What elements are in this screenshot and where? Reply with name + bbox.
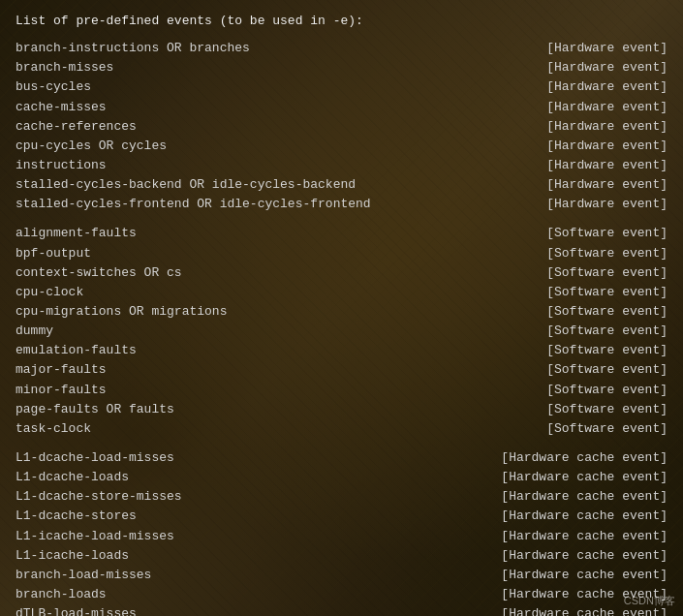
event-type: [Hardware event]	[546, 77, 667, 97]
event-type: [Hardware event]	[546, 98, 667, 117]
event-type: [Hardware event]	[546, 156, 667, 175]
event-type: [Software event]	[546, 224, 667, 243]
event-row: L1-icache-load-misses[Hardware cache eve…	[16, 527, 667, 546]
event-name: cpu-migrations OR migrations	[16, 302, 384, 322]
group-spacer	[16, 214, 667, 224]
event-type: [Hardware event]	[546, 195, 667, 214]
event-name: cpu-cycles OR cycles	[16, 137, 384, 156]
event-type: [Hardware event]	[546, 39, 667, 58]
event-type: [Software event]	[546, 244, 667, 263]
event-row: major-faults[Software event]	[16, 360, 667, 380]
event-row: minor-faults[Software event]	[16, 381, 667, 400]
event-row: cache-misses[Hardware event]	[16, 98, 667, 117]
group-spacer	[16, 439, 667, 448]
event-type: [Hardware cache event]	[501, 527, 667, 546]
event-name: branch-instructions OR branches	[16, 39, 384, 58]
event-type: [Software event]	[546, 302, 667, 322]
event-type: [Software event]	[546, 360, 667, 380]
event-type: [Hardware cache event]	[501, 468, 667, 487]
watermark: CSDN博客	[624, 594, 675, 608]
event-name: alignment-faults	[16, 224, 384, 243]
event-name: branch-misses	[16, 58, 384, 77]
event-name: stalled-cycles-frontend OR idle-cycles-f…	[16, 195, 384, 214]
event-name: L1-icache-loads	[16, 546, 384, 566]
event-row: branch-loads[Hardware cache event]	[16, 585, 667, 604]
event-name: dummy	[16, 322, 384, 341]
event-name: L1-icache-load-misses	[16, 527, 384, 546]
event-row: cpu-cycles OR cycles[Hardware event]	[16, 137, 667, 156]
event-name: cache-references	[16, 117, 384, 137]
event-row: alignment-faults[Software event]	[16, 224, 667, 243]
event-row: instructions[Hardware event]	[16, 156, 667, 175]
event-row: stalled-cycles-frontend OR idle-cycles-f…	[16, 195, 667, 214]
event-row: branch-load-misses[Hardware cache event]	[16, 566, 667, 585]
event-row: stalled-cycles-backend OR idle-cycles-ba…	[16, 175, 667, 195]
event-type: [Software event]	[546, 419, 667, 439]
event-type: [Software event]	[546, 322, 667, 341]
event-name: L1-dcache-store-misses	[16, 487, 384, 507]
event-name: major-faults	[16, 360, 384, 380]
event-row: cpu-clock[Software event]	[16, 283, 667, 302]
event-name: minor-faults	[16, 381, 384, 400]
event-row: L1-icache-loads[Hardware cache event]	[16, 546, 667, 566]
event-name: L1-dcache-loads	[16, 468, 384, 487]
event-type: [Hardware event]	[546, 117, 667, 137]
event-type: [Hardware cache event]	[501, 507, 667, 526]
event-row: branch-instructions OR branches[Hardware…	[16, 39, 667, 58]
event-row: branch-misses[Hardware event]	[16, 58, 667, 77]
event-row: cpu-migrations OR migrations[Software ev…	[16, 302, 667, 322]
event-name: stalled-cycles-backend OR idle-cycles-ba…	[16, 175, 384, 195]
event-name: cpu-clock	[16, 283, 384, 302]
event-row: L1-dcache-stores[Hardware cache event]	[16, 507, 667, 526]
event-type: [Hardware cache event]	[501, 487, 667, 507]
event-name: page-faults OR faults	[16, 400, 384, 419]
event-row: bpf-output[Software event]	[16, 244, 667, 263]
event-name: L1-dcache-stores	[16, 507, 384, 526]
event-row: page-faults OR faults[Software event]	[16, 400, 667, 419]
event-type: [Hardware event]	[546, 137, 667, 156]
event-type: [Software event]	[546, 283, 667, 302]
event-row: cache-references[Hardware event]	[16, 117, 667, 137]
event-type: [Software event]	[546, 263, 667, 283]
event-type: [Software event]	[546, 400, 667, 419]
event-name: emulation-faults	[16, 341, 384, 360]
event-name: task-clock	[16, 419, 384, 439]
terminal-output: List of pre-defined events (to be used i…	[0, 0, 683, 616]
event-name: cache-misses	[16, 98, 384, 117]
event-type: [Software event]	[546, 381, 667, 400]
event-row: L1-dcache-store-misses[Hardware cache ev…	[16, 487, 667, 507]
event-type: [Hardware event]	[546, 58, 667, 77]
event-name: branch-loads	[16, 585, 384, 604]
event-name: bus-cycles	[16, 77, 384, 97]
event-row: L1-dcache-load-misses[Hardware cache eve…	[16, 448, 667, 468]
event-name: context-switches OR cs	[16, 263, 384, 283]
event-row: dummy[Software event]	[16, 322, 667, 341]
event-row: L1-dcache-loads[Hardware cache event]	[16, 468, 667, 487]
event-name: dTLB-load-misses	[16, 604, 384, 616]
event-type: [Hardware cache event]	[501, 448, 667, 468]
header-line: List of pre-defined events (to be used i…	[16, 12, 667, 31]
event-row: emulation-faults[Software event]	[16, 341, 667, 360]
event-name: branch-load-misses	[16, 566, 384, 585]
event-name: L1-dcache-load-misses	[16, 448, 384, 468]
event-name: instructions	[16, 156, 384, 175]
event-row: bus-cycles[Hardware event]	[16, 77, 667, 97]
event-row: context-switches OR cs[Software event]	[16, 263, 667, 283]
event-groups: branch-instructions OR branches[Hardware…	[16, 39, 667, 616]
event-row: dTLB-load-misses[Hardware cache event]	[16, 604, 667, 616]
event-type: [Hardware cache event]	[501, 546, 667, 566]
event-name: bpf-output	[16, 244, 384, 263]
event-type: [Software event]	[546, 341, 667, 360]
event-type: [Hardware cache event]	[501, 566, 667, 585]
event-type: [Hardware event]	[546, 175, 667, 195]
event-row: task-clock[Software event]	[16, 419, 667, 439]
